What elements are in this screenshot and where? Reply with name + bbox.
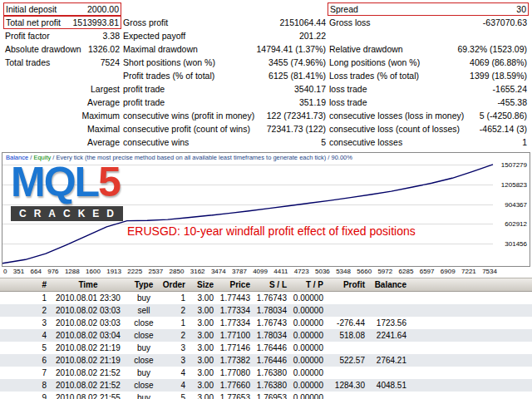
stat-value: 69.32% (1523.09) (458, 43, 527, 55)
trade-row-filler (411, 329, 532, 342)
stat-label: Total trades (5, 57, 50, 68)
trade-cell: close (126, 354, 161, 367)
trades-table: #TimeTypeOrderSizePriceS / LT / PProfitB… (0, 278, 532, 399)
trade-row[interactable]: 82010.08.02 21:52close43.001.776601.7638… (0, 379, 532, 392)
stats-pair-1: Maximal (3, 122, 121, 135)
trade-cell (328, 367, 369, 379)
trade-cell: 0.00000 (291, 342, 328, 354)
stats-pair-3: loss trade -455.38 (328, 96, 529, 109)
stat-value: 3540.17 (294, 83, 326, 95)
stats-row: Maximal consecutive profit (count of win… (3, 122, 530, 135)
stats-pair-3: loss trade -1655.24 (328, 82, 529, 96)
stat-label: Relative drawdown (329, 43, 403, 55)
stats-row: Total net profit 1513993.81 Gross profit… (3, 16, 530, 29)
chart-x-tick-label: 2225 (127, 268, 142, 275)
stats-pair-1: Average (3, 135, 121, 149)
trade-cell: 2010.08.02 03:04 (50, 329, 126, 342)
trade-cell: sell (126, 304, 161, 317)
trade-cell: 2010.08.01 23:30 (50, 292, 126, 304)
stats-pair-3: consecutive losses 1 (328, 135, 529, 149)
trade-cell: 3 (161, 342, 190, 354)
trade-cell: 1 (0, 292, 50, 304)
trade-cell: 3.00 (190, 329, 218, 342)
stat-value: 6125 (81.41%) (268, 70, 326, 81)
trade-cell: 0.00000 (291, 354, 328, 367)
stat-label: loss trade (329, 83, 367, 95)
trade-cell: 1.77334 (218, 304, 254, 317)
trade-cell: 2 (161, 304, 190, 317)
balance-chart: Balance / Equity / Every tick (the most … (2, 152, 530, 267)
stats-pair-1: Maximum (3, 109, 121, 122)
stats-pair-3: Loss trades (% of total) 1399 (18.59%) (328, 69, 529, 82)
trade-cell: 2 (0, 304, 50, 317)
stat-label: consecutive losses (329, 136, 402, 148)
trade-cell: 7 (0, 367, 50, 379)
stats-pair-2: Short positions (won %) 3455 (74.96%) (121, 56, 328, 69)
stat-value: Average (87, 136, 120, 148)
trade-row[interactable]: 52010.08.02 21:19buy33.001.771461.764460… (0, 342, 532, 354)
stats-row: Average consecutive wins 5 consecutive l… (3, 135, 530, 149)
stat-label: consecutive losses (loss in money) (329, 110, 464, 121)
trade-row[interactable]: 72010.08.02 21:52buy43.001.770801.763800… (0, 367, 532, 379)
chart-x-tick-label: 351 (13, 268, 24, 275)
trade-row[interactable]: 32010.08.02 03:03close13.001.773341.7674… (0, 317, 532, 329)
stats-pair-1: Average (3, 96, 121, 109)
stat-label: Profit trades (% of total) (123, 70, 214, 81)
chart-legend: Balance / Equity / Every tick (the most … (6, 154, 352, 161)
trade-cell: 1.76380 (254, 367, 291, 379)
trade-cell: 3.00 (190, 342, 218, 354)
trade-cell: 0.00000 (291, 304, 328, 317)
stat-value: -1655.24 (493, 83, 527, 95)
stats-pair-3: consecutive losses (loss in money) 5 (-4… (328, 109, 529, 122)
stats-pair-2 (121, 2, 328, 16)
chart-x-tick-label: 6909 (441, 268, 456, 275)
chart-x-axis: 0351664976128816001913222525372850316234… (3, 268, 497, 275)
chart-legend-segment: / Every tick (the most precise method ba… (51, 154, 352, 161)
stats-pair-3: Gross loss -637070.63 (328, 16, 529, 29)
trade-cell: 0.00000 (291, 292, 328, 304)
trade-cell: 1 (161, 292, 190, 304)
trade-cell (369, 367, 411, 379)
trades-column-header: # (0, 278, 50, 291)
trade-cell (328, 304, 369, 317)
trade-row[interactable]: 12010.08.01 23:30buy13.001.774431.767430… (0, 292, 532, 304)
trade-row[interactable]: 22010.08.02 03:03sell23.001.773341.78034… (0, 304, 532, 317)
trade-cell: 3 (0, 317, 50, 329)
stat-label: Absolute drawdown (5, 43, 81, 55)
trade-row-filler (411, 292, 532, 304)
trade-row[interactable]: 92010.08.02 21:55buy53.001.776531.769530… (0, 392, 532, 399)
stat-value: -4652.14 (3) (480, 123, 527, 135)
stat-value: 122 (72341.73) (267, 110, 326, 121)
stat-value: 7524 (101, 57, 120, 68)
trade-cell: 1.77334 (218, 317, 254, 329)
trade-cell: 522.57 (328, 354, 369, 367)
chart-legend-segment: Balance (6, 154, 28, 161)
trade-cell: 1.78034 (254, 304, 291, 317)
stats-pair-1: Total trades 7524 (3, 56, 121, 69)
trade-row[interactable]: 62010.08.02 21:19close33.001.773821.7644… (0, 354, 532, 367)
stats-row: Maximum consecutive wins (profit in mone… (3, 109, 530, 122)
trade-cell: 1.77653 (218, 392, 254, 399)
trade-cell: 3.00 (190, 354, 218, 367)
trade-cell: 2 (161, 329, 190, 342)
trades-column-header: Price (218, 278, 254, 291)
stats-pair-3: Relative drawdown 69.32% (1523.09) (328, 42, 529, 56)
trade-cell: 3.00 (190, 392, 218, 399)
trades-column-header: Type (126, 278, 161, 291)
chart-x-tick-label: 4411 (273, 268, 288, 275)
trade-cell: 1.76446 (254, 354, 291, 367)
stat-label: Gross loss (329, 17, 371, 28)
trade-row[interactable]: 42010.08.02 03:04close23.001.771001.7803… (0, 329, 532, 342)
stats-pair-3 (328, 29, 529, 42)
trade-cell: buy (126, 392, 161, 399)
stat-label: Loss trades (% of total) (329, 70, 419, 81)
chart-y-tick-label: 301456 (492, 240, 527, 248)
trade-cell: 2010.08.02 21:52 (50, 367, 126, 379)
stats-pair-2: Maximal drawdown 14794.41 (1.37%) (121, 42, 328, 56)
trade-cell: 1.76743 (254, 317, 291, 329)
trade-cell: close (126, 329, 161, 342)
stat-label: profit trade (123, 83, 165, 95)
stat-label: consecutive wins (123, 136, 189, 148)
chart-x-tick-label: 0 (3, 268, 7, 275)
chart-x-tick-label: 5972 (377, 268, 392, 275)
